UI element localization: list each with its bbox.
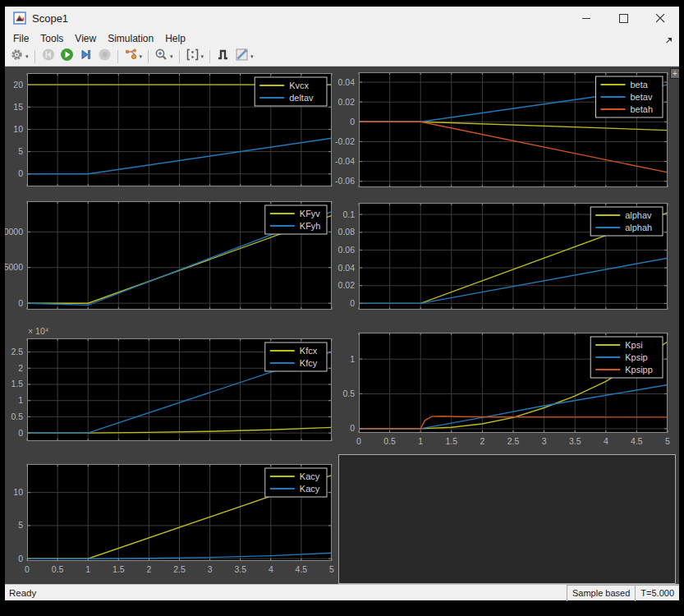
minimize-button[interactable] <box>568 7 605 30</box>
svg-text:0.02: 0.02 <box>338 97 356 107</box>
svg-text:2.5: 2.5 <box>173 564 186 574</box>
titlebar: Scope1 <box>5 7 679 30</box>
svg-text:2.5: 2.5 <box>11 347 23 356</box>
trigger-icon <box>216 48 230 65</box>
measurements-button[interactable]: ▾ <box>233 48 255 65</box>
svg-text:3.5: 3.5 <box>234 564 246 574</box>
svg-text:Kpsipp: Kpsipp <box>625 365 653 375</box>
plot-kfy[interactable]: 0500010000KFyvKFyh <box>27 201 332 310</box>
legend: KpsiKpsipKpsipp <box>590 337 663 378</box>
toolbar-separator <box>209 50 210 63</box>
window-title: Scope1 <box>32 12 68 25</box>
svg-text:Kpsip: Kpsip <box>625 352 648 362</box>
simulink-scope-icon <box>13 11 26 25</box>
empty-display-panel <box>338 454 676 584</box>
menu-item-help[interactable]: Help <box>159 31 191 46</box>
svg-text:0.04: 0.04 <box>338 77 356 87</box>
svg-text:3.5: 3.5 <box>569 436 581 446</box>
menu-item-file[interactable]: File <box>7 31 34 46</box>
svg-text:3: 3 <box>542 436 547 446</box>
svg-text:1.5: 1.5 <box>112 564 125 574</box>
scope-window: Scope1 FileToolsViewSimulationHelp ▾▾▾▾▾… <box>5 7 679 600</box>
signal-selector-button[interactable]: ▾ <box>122 48 145 65</box>
svg-text:0: 0 <box>350 117 355 126</box>
legend: KacyKacy <box>265 468 327 497</box>
svg-text:4.5: 4.5 <box>631 436 643 446</box>
svg-text:Kacy: Kacy <box>300 471 320 481</box>
fit-to-view-button[interactable]: ▾ <box>184 48 206 65</box>
svg-text:2: 2 <box>18 363 23 373</box>
plot-kfc[interactable]: 00.511.522.5× 10⁴KfcxKfcy <box>27 338 332 441</box>
svg-text:0.04: 0.04 <box>338 263 356 273</box>
step-forward-icon <box>79 48 93 65</box>
svg-text:0.06: 0.06 <box>338 245 356 255</box>
svg-text:0.5: 0.5 <box>342 388 355 398</box>
gear-icon <box>10 48 24 65</box>
svg-text:4.5: 4.5 <box>296 564 308 574</box>
plot-kacy[interactable]: 051000.511.522.533.544.55KacyKacy <box>27 464 332 561</box>
chevron-down-icon[interactable]: ▾ <box>140 53 143 60</box>
menu-item-view[interactable]: View <box>69 31 102 46</box>
settings-button[interactable]: ▾ <box>8 48 30 65</box>
svg-text:0: 0 <box>18 428 23 438</box>
plot-alpha[interactable]: 00.020.040.060.080.1alphavalphah <box>359 203 668 310</box>
zoom-button[interactable]: ▾ <box>153 48 175 65</box>
plot-kvcx-deltav[interactable]: 05101520Kvcxdeltav <box>27 73 332 186</box>
menu-item-tools[interactable]: Tools <box>34 31 69 46</box>
svg-text:0.5: 0.5 <box>11 411 23 421</box>
svg-text:1: 1 <box>18 395 23 405</box>
toolbar-separator <box>179 50 180 63</box>
status-time: T=5.000 <box>635 585 679 601</box>
run-button[interactable] <box>58 48 76 65</box>
svg-text:alphav: alphav <box>625 210 652 220</box>
trigger-button[interactable] <box>214 48 232 65</box>
svg-text:1.5: 1.5 <box>11 379 23 388</box>
svg-text:20: 20 <box>13 80 23 90</box>
svg-text:KFyh: KFyh <box>300 221 321 231</box>
plot-beta[interactable]: -0.06-0.04-0.0200.020.04betabetavbetah <box>359 72 668 187</box>
svg-text:0.1: 0.1 <box>342 209 355 219</box>
svg-text:5: 5 <box>665 436 670 446</box>
svg-text:15: 15 <box>13 102 23 112</box>
toolbar-separator <box>148 50 149 63</box>
stop-button <box>96 48 113 65</box>
toolbar-separator <box>117 50 118 63</box>
menubar: FileToolsViewSimulationHelp <box>5 30 679 47</box>
svg-text:betah: betah <box>631 104 654 114</box>
svg-text:5: 5 <box>18 146 23 156</box>
svg-text:3: 3 <box>208 564 213 574</box>
legend: betabetavbetah <box>596 76 663 117</box>
chevron-down-icon[interactable]: ▾ <box>170 53 173 60</box>
zoom-icon <box>154 48 168 65</box>
svg-text:10: 10 <box>13 124 23 134</box>
svg-text:Kfcx: Kfcx <box>300 346 318 356</box>
plot-kpsi[interactable]: 00.5100.511.522.533.544.55KpsiKpsipKpsip… <box>359 333 668 433</box>
step-forward-button[interactable] <box>77 48 94 65</box>
svg-text:Kacy: Kacy <box>300 484 320 494</box>
toolbar-separator <box>34 50 35 63</box>
svg-text:4: 4 <box>269 564 273 574</box>
fit-to-view-icon <box>186 48 200 65</box>
scope-canvas: + 05101520Kvcxdeltav-0.06-0.04-0.0200.02… <box>5 67 679 584</box>
dock-arrow-icon[interactable] <box>665 33 673 48</box>
menu-item-simulation[interactable]: Simulation <box>102 31 159 46</box>
step-back-icon <box>41 48 55 65</box>
maximize-button[interactable] <box>605 7 642 30</box>
chevron-down-icon[interactable]: ▾ <box>25 53 29 60</box>
status-ready: Ready <box>5 588 567 598</box>
chevron-down-icon[interactable]: ▾ <box>250 53 254 60</box>
svg-text:0: 0 <box>356 436 361 446</box>
maximize-axes-button[interactable]: + <box>670 68 679 79</box>
legend: Kvcxdeltav <box>255 77 327 106</box>
svg-text:1: 1 <box>85 564 90 574</box>
legend: KfcxKfcy <box>265 342 327 371</box>
svg-text:10: 10 <box>13 487 23 497</box>
svg-text:deltav: deltav <box>289 93 314 103</box>
chevron-down-icon[interactable]: ▾ <box>201 53 204 60</box>
svg-text:1: 1 <box>350 354 355 364</box>
close-button[interactable] <box>642 7 679 30</box>
svg-text:0: 0 <box>18 298 23 308</box>
svg-text:Kfcy: Kfcy <box>300 358 318 368</box>
window-controls <box>568 7 679 30</box>
legend: KFyvKFyh <box>265 205 327 234</box>
